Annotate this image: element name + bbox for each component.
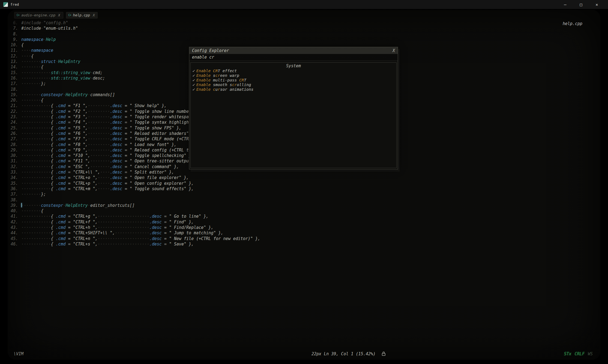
code-token: ·············· [115,230,149,235]
maximize-button[interactable]: □ [573,0,589,9]
code-token: .cmd [56,170,65,175]
code-token: "CTRL+\\ " [73,170,98,175]
code-token: " Open config explorer" [130,181,186,186]
code-token: .desc [110,109,122,114]
config-option[interactable]: ✓Enable cursor animations [191,87,396,92]
app-icon [3,2,8,7]
code-token: ············ [21,103,51,108]
code-token: = [66,236,73,241]
code-token: { [51,114,56,119]
code-line[interactable]: 35.············{ .cmd = "CTRL+p ",·····.… [8,181,260,186]
code-token: = [66,136,73,141]
match-highlight: Enable [196,83,211,87]
code-token: .cmd [56,131,65,136]
code-token: "enum-utils.h" [43,26,78,31]
code-token: " Save" [169,242,186,247]
code-line[interactable]: 9.namespace·Help [8,37,260,42]
code-token: = [122,164,130,169]
minimize-button[interactable]: – [557,0,573,9]
code-line[interactable]: 41.············{ .cmd = "CTRL+g ",······… [8,214,260,219]
code-token: ············ [21,242,51,247]
checkbox-checked-icon[interactable]: ✓ [192,78,195,82]
code-token: , [95,236,98,241]
line-number: 15. [8,70,21,75]
code-token: ········ [90,159,110,163]
line-number: 39. [8,203,21,208]
option-label: s [211,73,215,78]
line-number: 30. [8,153,21,158]
code-token: "CTRL+m " [73,186,95,191]
code-line[interactable]: 38. [8,197,260,203]
code-line[interactable]: 36.············{ .cmd = "CTRL+m ",·····.… [8,186,260,192]
config-explorer-title: Config Explorer [192,48,229,53]
line-number: 10. [8,42,21,48]
code-line[interactable]: 6.#include·"config.h" [8,20,260,26]
code-token: = [66,225,73,230]
code-token: "config.h" [43,20,68,25]
code-token: = [66,220,73,225]
code-token: = [162,242,169,247]
code-token: }, [216,230,223,235]
code-token: .desc [110,170,122,175]
config-option[interactable]: ✓Enable smooth scrolling [191,83,396,87]
close-button[interactable]: ✕ [589,0,605,9]
config-option[interactable]: ✓Enable CRT effect [191,69,396,73]
editor-screen: C+ audio-engine.cpp X C+ help.cpp X help… [8,10,600,360]
config-close-button[interactable]: X [393,48,395,53]
code-token: = [122,120,130,125]
code-token: .cmd [56,109,65,114]
code-line[interactable]: 46.············{ .cmd = "CTRL+s ",······… [8,241,260,247]
code-token: .desc [149,225,162,230]
code-token: ····················· [98,225,149,230]
code-line[interactable]: 43.············{ .cmd = "CTRL+h ",······… [8,225,260,230]
code-line[interactable]: 8. [8,31,260,37]
code-line[interactable]: 33.············{ .cmd = "CTRL+\\ ",····.… [8,169,260,175]
code-token: desc; [93,76,105,81]
match-highlight: cr [232,83,237,87]
code-token: .cmd [56,148,65,153]
status-bar: \VIM 22px Ln 39, Col 1 (15.42%) STxCRLFW… [8,351,600,357]
code-token: = [66,103,73,108]
checkbox-checked-icon[interactable]: ✓ [192,69,195,73]
code-line[interactable]: 39.········constexpr·HelpEntry·editor_sh… [8,203,260,208]
code-token: .desc [149,236,162,241]
code-line[interactable]: 34.············{ .cmd = "CTRL+o ",·····.… [8,175,260,180]
tab-close-icon[interactable]: X [93,13,95,17]
code-token: = [66,131,73,136]
config-option[interactable]: ✓Enable screen warp [191,73,396,78]
code-token: }, [159,103,167,108]
option-label [211,87,213,92]
code-token: .cmd [56,242,65,247]
code-token: cmd; [93,70,103,75]
checkbox-checked-icon[interactable]: ✓ [192,73,195,78]
code-token: .cmd [56,164,65,169]
code-line[interactable]: 45.············{ .cmd = "CTRL+n ",······… [8,236,260,241]
code-token: , [85,126,88,131]
tab-audio-engine[interactable]: C+ audio-engine.cpp X [14,12,63,19]
code-line[interactable]: 42.············{ .cmd = "CTRL+f ",······… [8,219,260,225]
code-token: { [41,208,43,213]
tab-help[interactable]: C+ help.cpp X [66,12,98,19]
code-token: .cmd [56,142,65,147]
code-token: ············ [21,148,51,153]
window-controls: – □ ✕ [557,0,605,9]
checkbox-checked-icon[interactable]: ✓ [192,83,195,87]
line-number: 46. [8,241,21,247]
code-line[interactable]: 7.#include·"enum-utils.h" [8,26,260,31]
code-token: ············ [21,164,51,169]
code-token: , [95,225,98,230]
code-token: = [122,109,130,114]
code-token: }, [174,126,181,131]
code-token: .desc [110,181,122,186]
match-highlight: c [213,87,215,92]
code-line[interactable]: 40.········{ [8,208,260,214]
code-line[interactable]: 44.············{ .cmd = "CTRL+SHIFT+\\ "… [8,230,260,236]
checkbox-checked-icon[interactable]: ✓ [192,87,195,92]
code-line[interactable]: 37.········}; [8,192,260,197]
config-option[interactable]: ✓Enable multi-pass CRT [191,78,396,83]
code-token: "F9 " [73,148,85,153]
config-search-input[interactable]: enable cr [189,54,398,61]
tab-close-icon[interactable]: X [58,13,60,17]
code-token: { [51,164,56,169]
code-token: commands[] [90,92,115,97]
